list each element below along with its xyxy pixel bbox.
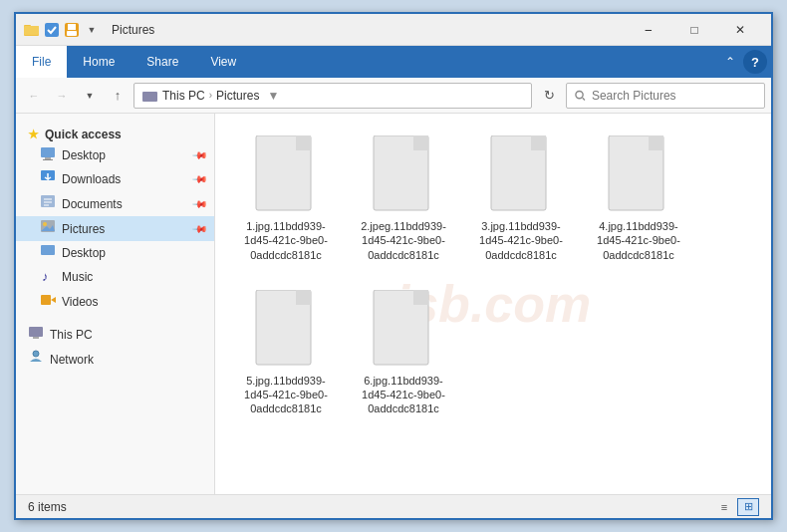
maximize-button[interactable]: □ <box>671 14 717 46</box>
search-icon <box>575 90 586 102</box>
sidebar-videos-label: Videos <box>62 295 98 309</box>
network-icon <box>28 350 44 369</box>
svg-rect-25 <box>29 327 43 337</box>
sidebar-network-label: Network <box>50 353 94 367</box>
file-explorer-window: ▼ Pictures ‒ □ ✕ File Home Share View ⌃ … <box>14 12 773 520</box>
window-title: Pictures <box>112 23 626 37</box>
save-icon[interactable] <box>64 22 80 38</box>
svg-point-19 <box>43 222 47 226</box>
ribbon: File Home Share View ⌃ ? <box>16 46 771 78</box>
svg-rect-34 <box>413 135 428 150</box>
pin-icon: 📌 <box>192 170 208 186</box>
sidebar-pictures-label: Pictures <box>62 222 105 236</box>
forward-button[interactable]: → <box>50 84 74 108</box>
ribbon-right: ⌃ ? <box>717 46 771 78</box>
tab-view[interactable]: View <box>194 46 252 78</box>
sidebar-item-documents[interactable]: Documents 📌 <box>16 191 214 216</box>
sidebar-item-music[interactable]: ♪ Music <box>16 264 214 289</box>
sidebar-item-network[interactable]: Network <box>16 347 214 372</box>
file-icon-1 <box>251 135 321 215</box>
sidebar-quick-access-label: Quick access <box>45 128 122 141</box>
qat-dropdown-icon[interactable]: ▼ <box>84 22 100 38</box>
window-controls: ‒ □ ✕ <box>626 14 763 46</box>
sidebar-section-quick-access[interactable]: ★ Quick access <box>16 122 214 143</box>
file-name-5: 5.jpg.11bdd939-1d45-421c-9be0-0addcdc818… <box>237 374 335 416</box>
file-item[interactable]: 5.jpg.11bdd939-1d45-421c-9be0-0addcdc818… <box>231 284 341 422</box>
file-item[interactable]: 4.jpg.11bdd939-1d45-421c-9be0-0addcdc818… <box>584 130 693 268</box>
sidebar-item-thispc[interactable]: This PC <box>16 322 214 347</box>
address-bar: ← → ▼ ↑ This PC › Pictures ▼ ↻ <box>16 78 771 114</box>
downloads-icon <box>40 169 56 188</box>
videos-icon <box>40 292 56 311</box>
file-name-2: 2.jpeg.11bdd939-1d45-421c-9be0-0addcdc81… <box>355 219 452 262</box>
desktop-icon <box>40 146 56 163</box>
file-name-6: 6.jpg.11bdd939-1d45-421c-9be0-0addcdc818… <box>355 374 452 416</box>
file-icon-6 <box>369 290 438 370</box>
sidebar-item-pictures[interactable]: Pictures 📌 <box>16 216 214 241</box>
pictures-icon <box>40 219 56 238</box>
close-button[interactable]: ✕ <box>717 14 763 46</box>
status-bar: 6 items ≡ ⊞ <box>16 494 771 518</box>
file-item[interactable]: 2.jpeg.11bdd939-1d45-421c-9be0-0addcdc81… <box>349 130 458 268</box>
svg-rect-12 <box>43 159 53 160</box>
music-icon: ♪ <box>40 267 56 286</box>
back-button[interactable]: ← <box>22 84 46 108</box>
view-list-button[interactable]: ≡ <box>713 498 735 516</box>
tab-file[interactable]: File <box>16 46 67 78</box>
file-item[interactable]: 6.jpg.11bdd939-1d45-421c-9be0-0addcdc818… <box>349 284 458 422</box>
search-box[interactable] <box>566 83 765 109</box>
svg-rect-26 <box>33 337 39 339</box>
minimize-button[interactable]: ‒ <box>626 14 671 46</box>
file-item[interactable]: 3.jpg.11bdd939-1d45-421c-9be0-0addcdc818… <box>466 130 576 268</box>
tab-share[interactable]: Share <box>131 46 194 78</box>
desktop2-icon <box>40 244 56 261</box>
pin-icon: 📌 <box>192 195 208 211</box>
sidebar-item-desktop2[interactable]: Desktop <box>16 241 214 264</box>
svg-rect-5 <box>68 24 76 30</box>
view-buttons: ≡ ⊞ <box>713 498 759 516</box>
file-item[interactable]: 1.jpg.11bdd939-1d45-421c-9be0-0addcdc818… <box>231 130 341 268</box>
sidebar-documents-label: Documents <box>62 197 123 211</box>
svg-rect-7 <box>142 92 157 102</box>
title-bar: ▼ Pictures ‒ □ ✕ <box>16 14 771 46</box>
help-button[interactable]: ? <box>743 50 767 74</box>
path-icon <box>142 89 158 103</box>
sidebar: ★ Quick access Desktop 📌 <box>16 114 215 494</box>
refresh-button[interactable]: ↻ <box>536 83 562 109</box>
svg-rect-2 <box>24 26 39 35</box>
search-input[interactable] <box>592 89 756 103</box>
svg-rect-3 <box>45 23 59 37</box>
tab-home[interactable]: Home <box>67 46 131 78</box>
svg-rect-46 <box>413 290 428 305</box>
file-icon-2 <box>369 135 438 215</box>
svg-rect-43 <box>296 290 311 305</box>
path-thispc: This PC <box>162 89 205 103</box>
address-path[interactable]: This PC › Pictures ▼ <box>133 83 532 109</box>
check-icon[interactable] <box>44 22 60 38</box>
sidebar-item-downloads[interactable]: Downloads 📌 <box>16 166 214 191</box>
sidebar-desktop-label: Desktop <box>62 148 106 162</box>
file-area: isb.com 1.jpg.11bdd939-1d45-421c-9be0-0a… <box>215 114 771 494</box>
sidebar-music-label: Music <box>62 270 93 284</box>
breadcrumb-thispc[interactable]: This PC › <box>162 89 212 103</box>
svg-line-9 <box>583 98 585 100</box>
main-content: ★ Quick access Desktop 📌 <box>16 114 771 494</box>
up-button[interactable]: ↑ <box>106 84 130 108</box>
sidebar-desktop2-label: Desktop <box>62 246 106 260</box>
view-large-button[interactable]: ⊞ <box>737 498 759 516</box>
items-count: 6 items <box>28 500 705 514</box>
sidebar-item-videos[interactable]: Videos <box>16 289 214 314</box>
ribbon-collapse-icon[interactable]: ⌃ <box>717 55 743 69</box>
folder-icon <box>24 22 40 38</box>
breadcrumb-pictures: Pictures <box>216 89 259 103</box>
file-name-3: 3.jpg.11bdd939-1d45-421c-9be0-0addcdc818… <box>472 219 570 262</box>
dropdown-recent-button[interactable]: ▼ <box>78 84 102 108</box>
file-name-4: 4.jpg.11bdd939-1d45-421c-9be0-0addcdc818… <box>590 219 687 262</box>
svg-marker-24 <box>51 297 56 303</box>
pin-icon: 📌 <box>192 146 208 162</box>
svg-text:♪: ♪ <box>42 269 49 283</box>
quick-access-toolbar: ▼ <box>24 22 100 38</box>
sidebar-item-desktop[interactable]: Desktop 📌 <box>16 143 214 166</box>
pin-icon: 📌 <box>192 220 208 236</box>
address-dropdown-icon[interactable]: ▼ <box>263 83 283 109</box>
